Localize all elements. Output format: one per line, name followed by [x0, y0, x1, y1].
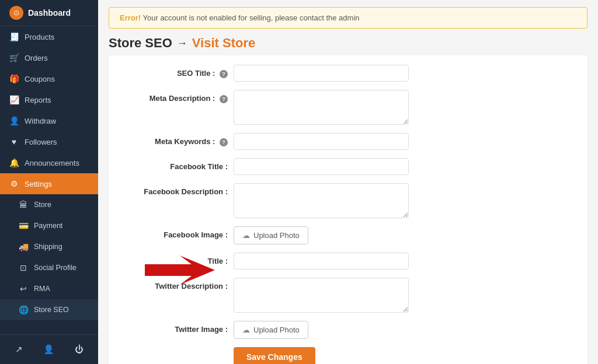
payment-icon: 💳 [19, 221, 28, 230]
sidebar-item-label: Settings [25, 180, 52, 188]
sidebar-item-rma[interactable]: ↩ RMA [0, 278, 98, 299]
upload-cloud-icon: ☁ [242, 231, 250, 240]
twitter-image-row: Twitter Image : ☁ Upload Photo [123, 321, 573, 339]
user-icon[interactable]: 👤 [41, 342, 57, 357]
meta-keywords-row: Meta Keywords : ? [123, 133, 573, 150]
sidebar-item-announcements[interactable]: 🔔 Announcements [0, 152, 98, 173]
sidebar-item-label: Payment [34, 222, 62, 230]
followers-icon: ♥ [9, 137, 19, 146]
twitter-image-label: Twitter Image : [123, 321, 234, 334]
facebook-title-row: Facebook Title : [123, 158, 573, 175]
social-profile-icon: ⊡ [19, 263, 28, 272]
seo-title-label: SEO Title : ? [123, 65, 234, 78]
facebook-description-label: Facebook Description : [123, 183, 234, 196]
sidebar-item-label: Withdraw [25, 117, 56, 125]
sidebar-item-label: Reports [25, 96, 51, 104]
sidebar-item-payment[interactable]: 💳 Payment [0, 215, 98, 236]
save-button-row: Save Changes [123, 347, 573, 364]
facebook-description-input[interactable] [234, 183, 409, 218]
twitter-title-row: Title : [123, 253, 573, 270]
error-message: Your account is not enabled for selling,… [143, 13, 360, 22]
sidebar-logo[interactable]: ⊙ Dashboard [0, 0, 98, 26]
orders-icon: 🛒 [9, 53, 19, 62]
visit-store-link[interactable]: Visit Store [192, 36, 255, 51]
facebook-image-row: Facebook Image : ☁ Upload Photo [123, 226, 573, 244]
upload-cloud-icon-2: ☁ [242, 326, 250, 334]
sidebar-item-label: Social Profile [34, 264, 77, 272]
reports-icon: 📈 [9, 95, 19, 104]
store-seo-icon: 🌐 [19, 305, 28, 314]
sidebar-item-orders[interactable]: 🛒 Orders [0, 47, 98, 68]
shipping-icon: 🚚 [19, 242, 28, 251]
sidebar-item-label: Store [34, 201, 51, 209]
seo-form: SEO Title : ? Meta Description : ? Meta … [109, 55, 587, 364]
dashboard-icon: ⊙ [9, 6, 23, 20]
sidebar-item-withdraw[interactable]: 👤 Withdraw [0, 110, 98, 131]
settings-icon: ⚙ [9, 179, 19, 188]
twitter-title-label: Title : [123, 253, 234, 265]
sidebar-item-label: RMA [34, 285, 50, 293]
twitter-description-label: Twitter Description : [123, 278, 234, 290]
facebook-upload-label: Upload Photo [253, 231, 300, 240]
twitter-title-input[interactable] [234, 253, 409, 270]
sidebar-item-label: Followers [25, 138, 57, 146]
sidebar-nav: 🧾 Products 🛒 Orders 🎁 Coupons 📈 Reports … [0, 26, 98, 334]
meta-keywords-info-icon: ? [220, 138, 228, 146]
meta-keywords-input[interactable] [234, 133, 409, 150]
facebook-title-label: Facebook Title : [123, 158, 234, 171]
sidebar-item-settings[interactable]: ⚙ Settings [0, 173, 98, 194]
withdraw-icon: 👤 [9, 116, 19, 125]
meta-description-input[interactable] [234, 90, 409, 125]
sidebar-item-coupons[interactable]: 🎁 Coupons [0, 68, 98, 89]
meta-description-label: Meta Description : ? [123, 90, 234, 103]
seo-title-row: SEO Title : ? [123, 65, 573, 82]
facebook-description-row: Facebook Description : [123, 183, 573, 218]
page-title-arrow: → [177, 37, 187, 50]
sidebar-bottom: ↗ 👤 ⏻ [0, 334, 98, 364]
external-link-icon[interactable]: ↗ [13, 342, 25, 357]
sidebar-item-label: Coupons [25, 75, 55, 83]
page-header: Store SEO → Visit Store [98, 29, 598, 55]
meta-description-row: Meta Description : ? [123, 90, 573, 125]
main-content: Error! Your account is not enabled for s… [98, 0, 598, 364]
twitter-upload-button[interactable]: ☁ Upload Photo [234, 321, 308, 339]
twitter-description-input[interactable] [234, 278, 409, 313]
sidebar-item-label: Orders [25, 54, 48, 62]
coupons-icon: 🎁 [9, 74, 19, 83]
error-prefix: Error! [120, 13, 141, 22]
store-icon: 🏛 [19, 200, 28, 209]
sidebar-item-label: Announcements [25, 159, 79, 167]
sidebar-item-store-seo[interactable]: 🌐 Store SEO [0, 299, 98, 320]
page-title: Store SEO [109, 36, 172, 51]
sidebar-item-products[interactable]: 🧾 Products [0, 26, 98, 47]
sidebar-logo-label: Dashboard [28, 8, 71, 18]
twitter-upload-label: Upload Photo [253, 326, 300, 334]
sidebar-item-followers[interactable]: ♥ Followers [0, 131, 98, 152]
sidebar-item-label: Shipping [34, 243, 62, 251]
rma-icon: ↩ [19, 284, 28, 293]
twitter-description-row: Twitter Description : [123, 278, 573, 313]
facebook-upload-button[interactable]: ☁ Upload Photo [234, 226, 308, 244]
sidebar-item-reports[interactable]: 📈 Reports [0, 89, 98, 110]
announcements-icon: 🔔 [9, 158, 19, 167]
sidebar-item-label: Products [25, 33, 54, 41]
save-changes-button[interactable]: Save Changes [234, 347, 315, 364]
meta-description-info-icon: ? [220, 95, 228, 103]
sidebar-item-label: Store SEO [34, 306, 69, 314]
error-bar: Error! Your account is not enabled for s… [109, 7, 587, 29]
facebook-image-label: Facebook Image : [123, 226, 234, 239]
products-icon: 🧾 [9, 32, 19, 41]
meta-keywords-label: Meta Keywords : ? [123, 133, 234, 146]
seo-title-info-icon: ? [220, 70, 228, 78]
sidebar-item-social-profile[interactable]: ⊡ Social Profile [0, 257, 98, 278]
power-icon[interactable]: ⏻ [72, 342, 86, 357]
facebook-title-input[interactable] [234, 158, 409, 175]
sidebar-item-shipping[interactable]: 🚚 Shipping [0, 236, 98, 257]
sidebar: ⊙ Dashboard 🧾 Products 🛒 Orders 🎁 Coupon… [0, 0, 98, 364]
sidebar-item-store[interactable]: 🏛 Store [0, 194, 98, 215]
seo-title-input[interactable] [234, 65, 409, 82]
